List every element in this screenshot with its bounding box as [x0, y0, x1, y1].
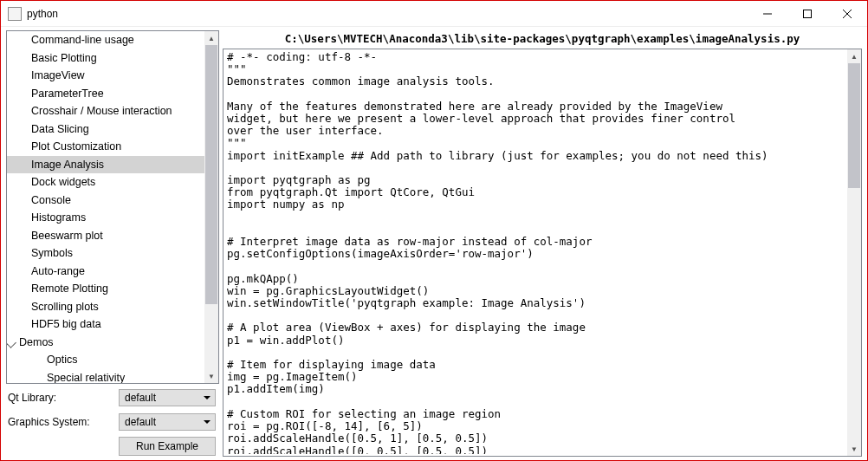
scroll-track[interactable]: [204, 45, 218, 369]
tree-item[interactable]: Special relativity: [7, 369, 204, 384]
minimize-icon: [763, 10, 772, 18]
app-window: python Command-line usageBasic PlottingI…: [0, 0, 868, 461]
tree-item[interactable]: Scrolling plots: [7, 298, 204, 316]
window-title: python: [27, 8, 748, 20]
scroll-up-icon[interactable]: ▲: [204, 31, 218, 45]
tree-item[interactable]: ImageView: [7, 67, 204, 85]
qt-library-label: Qt Library:: [6, 392, 119, 404]
code-viewer: # -*- coding: utf-8 -*- """ Demonstrates…: [223, 49, 862, 457]
content-area: Command-line usageBasic PlottingImageVie…: [1, 27, 867, 460]
file-path-label: C:\Users\MVTECH\Anaconda3\lib\site-packa…: [223, 30, 862, 49]
tree-item[interactable]: Basic Plotting: [7, 49, 204, 68]
graphics-system-combo[interactable]: default: [119, 413, 216, 431]
tree-item[interactable]: Demos: [7, 334, 204, 352]
minimize-button[interactable]: [748, 1, 787, 26]
example-tree[interactable]: Command-line usageBasic PlottingImageVie…: [7, 31, 204, 383]
example-tree-container: Command-line usageBasic PlottingImageVie…: [6, 30, 219, 384]
tree-item[interactable]: Console: [7, 192, 204, 210]
qt-library-value: default: [125, 392, 156, 404]
tree-item[interactable]: ParameterTree: [7, 85, 204, 103]
titlebar: python: [1, 1, 867, 27]
scroll-thumb[interactable]: [848, 63, 860, 188]
tree-item[interactable]: Histograms: [7, 209, 204, 227]
svg-rect-1: [804, 10, 812, 17]
close-icon: [843, 10, 852, 18]
tree-item[interactable]: Command-line usage: [7, 31, 204, 49]
graphics-system-value: default: [125, 416, 156, 428]
scroll-down-icon[interactable]: ▼: [847, 442, 861, 456]
qt-library-combo[interactable]: default: [119, 389, 216, 406]
tree-item[interactable]: Symbols: [7, 244, 204, 263]
tree-item[interactable]: Dock widgets: [7, 173, 204, 192]
code-scrollbar[interactable]: ▲ ▼: [847, 49, 861, 456]
run-example-button[interactable]: Run Example: [119, 437, 216, 456]
tree-item[interactable]: Optics: [7, 351, 204, 369]
tree-item[interactable]: HDF5 big data: [7, 315, 204, 334]
scroll-thumb[interactable]: [205, 45, 217, 304]
tree-item[interactable]: Image Analysis: [7, 156, 204, 174]
tree-scrollbar[interactable]: ▲ ▼: [204, 31, 218, 383]
tree-item[interactable]: Plot Customization: [7, 138, 204, 156]
tree-item[interactable]: Data Slicing: [7, 120, 204, 139]
maximize-icon: [803, 10, 812, 18]
window-control-group: [748, 1, 867, 26]
tree-item[interactable]: Crosshair / Mouse interaction: [7, 102, 204, 120]
controls-grid: Qt Library: default Graphics System: def…: [6, 387, 219, 457]
tree-item[interactable]: Remote Plotting: [7, 280, 204, 298]
graphics-system-label: Graphics System:: [6, 416, 119, 428]
code-text[interactable]: # -*- coding: utf-8 -*- """ Demonstrates…: [227, 51, 845, 454]
maximize-button[interactable]: [787, 1, 827, 26]
app-icon: [8, 7, 22, 21]
left-pane: Command-line usageBasic PlottingImageVie…: [1, 27, 219, 460]
tree-item[interactable]: Beeswarm plot: [7, 227, 204, 245]
scroll-up-icon[interactable]: ▲: [847, 49, 861, 63]
tree-item[interactable]: Auto-range: [7, 263, 204, 281]
close-button[interactable]: [827, 1, 867, 26]
scroll-down-icon[interactable]: ▼: [204, 369, 218, 383]
scroll-track[interactable]: [847, 63, 861, 442]
right-pane: C:\Users\MVTECH\Anaconda3\lib\site-packa…: [219, 27, 867, 460]
